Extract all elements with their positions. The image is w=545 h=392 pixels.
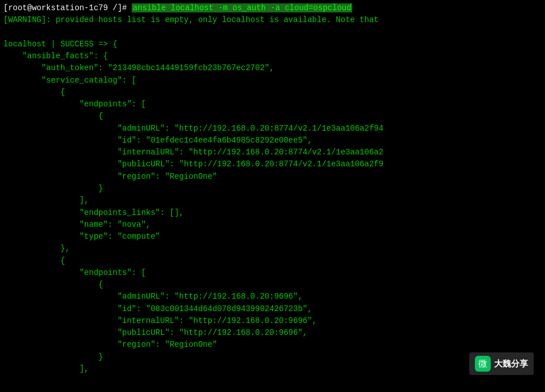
open-brace-3: { — [3, 255, 542, 267]
close-brace-4: } — [3, 351, 542, 363]
ansible-facts-line: "ansible_facts": { — [3, 50, 542, 62]
region-1-line: "region": "RegionOne" — [3, 171, 542, 183]
name-line: "name": "nova", — [3, 219, 542, 231]
region-2-line: "region": "RegionOne" — [3, 339, 542, 351]
watermark-icon: 微 — [475, 356, 491, 372]
close-brace-2: } — [3, 183, 542, 195]
id-1-line: "id": "01efdec1c4ee4fa6b4985c8292e00ee5"… — [3, 135, 542, 147]
prompt-text: [root@workstation-1c79 /]# — [3, 3, 132, 12]
publicurl-2-line: "publicURL": "http://192.168.0.20:9696", — [3, 327, 542, 339]
close-bracket-1: ], — [3, 195, 542, 206]
id-2-line: "id": "083c001344d64d078d9439902426723b"… — [3, 303, 542, 315]
type-line: "type": "compute" — [3, 231, 542, 243]
prompt-line: [root@workstation-1c79 /]# ansible local… — [3, 2, 542, 14]
close-bracket-2: ], — [3, 363, 542, 375]
service-catalog-line: "service_catalog": [ — [3, 75, 542, 87]
watermark-text: 大魏分享 — [494, 357, 528, 371]
terminal-window: [root@workstation-1c79 /]# ansible local… — [0, 0, 545, 392]
publicurl-1-line: "publicURL": "http://192.168.0.20:8774/v… — [3, 158, 542, 170]
open-brace-4: { — [3, 279, 542, 291]
endpoints-links-line: "endpoints_links": [], — [3, 207, 542, 219]
adminurl-1-line: "adminURL": "http://192.168.0.20:8774/v2… — [3, 123, 542, 135]
close-brace-1: }, — [3, 243, 542, 255]
endpoints-1-line: "endpoints": [ — [3, 98, 542, 110]
auth-token-line: "auth_token": "213498cbc14449159fcb23b76… — [3, 62, 542, 74]
blank-line — [3, 27, 542, 38]
endpoints-2-line: "endpoints": [ — [3, 267, 542, 279]
internalurl-2-line: "internalURL": "http://192.168.0.20:9696… — [3, 315, 542, 327]
internalurl-1-line: "internalURL": "http://192.168.0.20:8774… — [3, 147, 542, 158]
terminal-content: [root@workstation-1c79 /]# ansible local… — [3, 2, 542, 375]
open-brace-1: { — [3, 87, 542, 98]
success-line: localhost | SUCCESS => { — [3, 38, 542, 50]
warning-line: [WARNING]: provided hosts list is empty,… — [3, 14, 542, 26]
watermark: 微 大魏分享 — [469, 352, 534, 375]
adminurl-2-line: "adminURL": "http://192.168.0.20:9696", — [3, 291, 542, 303]
open-brace-2: { — [3, 110, 542, 122]
command-text: ansible localhost -m os_auth -a cloud=os… — [132, 3, 352, 12]
